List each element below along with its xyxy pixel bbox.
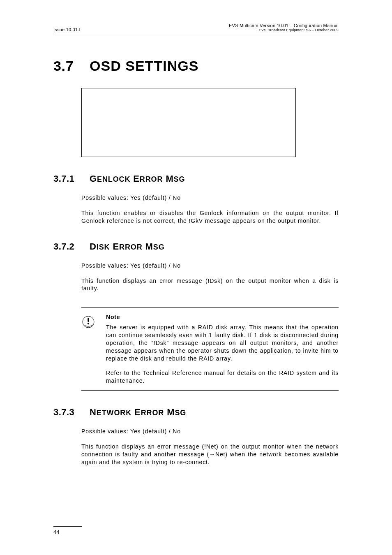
note-icon xyxy=(81,315,106,329)
t: M xyxy=(166,173,173,184)
t: ETWORK xyxy=(97,409,131,417)
t: N xyxy=(90,407,97,417)
possible-values: Possible values: Yes (default) / No xyxy=(81,194,339,202)
t: E xyxy=(133,173,140,184)
note-p1: The server is equipped with a RAID disk … xyxy=(106,324,339,362)
subsection-network: 3.7.3 NETWORK ERROR MSG Possible values:… xyxy=(53,407,339,466)
page-number: 44 xyxy=(53,529,339,535)
figure-placeholder xyxy=(81,88,296,157)
header-doc-sub: EVS Broadcast Equipment SA – October 200… xyxy=(229,28,339,32)
subsection-number: 3.7.1 xyxy=(53,173,90,184)
section-main: 3.7 OSD SETTINGS xyxy=(53,58,339,157)
header-issue: Issue 10.01.I xyxy=(53,27,81,32)
t: D xyxy=(90,241,97,252)
body-text: This function displays an error message … xyxy=(81,443,339,466)
t: M xyxy=(167,407,175,417)
page: Issue 10.01.I EVS Multicam Version 10.01… xyxy=(0,0,392,555)
subsection-body: Possible values: Yes (default) / No This… xyxy=(81,428,339,466)
section-title: OSD SETTINGS xyxy=(90,58,198,74)
t: ENLOCK xyxy=(97,175,130,183)
t: E xyxy=(134,407,141,417)
t: SG xyxy=(153,243,165,251)
possible-values: Possible values: Yes (default) / No xyxy=(81,428,339,435)
page-footer: 44 xyxy=(53,526,339,535)
note-p2: Refer to the Technical Reference manual … xyxy=(106,369,339,385)
page-header: Issue 10.01.I EVS Multicam Version 10.01… xyxy=(53,23,339,32)
body-text: This function enables or disables the Ge… xyxy=(81,209,339,225)
subsection-number: 3.7.2 xyxy=(53,241,90,252)
note-content: Note The server is equipped with a RAID … xyxy=(106,313,339,384)
svg-point-2 xyxy=(88,323,89,324)
section-number: 3.7 xyxy=(53,58,90,74)
subsection-disk: 3.7.2 DISK ERROR MSG Possible values: Ye… xyxy=(53,241,339,391)
header-doc-title: EVS Multicam Version 10.01 – Configurati… xyxy=(229,23,339,28)
header-divider xyxy=(53,34,339,34)
t: RROR xyxy=(141,409,164,417)
subsection-genlock: 3.7.1 GENLOCK ERROR MSG Possible values:… xyxy=(53,173,339,225)
subsection-body: Possible values: Yes (default) / No This… xyxy=(81,262,339,293)
body-text: This function displays an error message … xyxy=(81,277,339,293)
t: E xyxy=(113,241,119,252)
subsection-title: GENLOCK ERROR MSG xyxy=(90,173,185,184)
t: G xyxy=(90,173,97,184)
svg-rect-1 xyxy=(88,318,89,322)
subsection-body: Possible values: Yes (default) / No This… xyxy=(81,194,339,225)
t: RROR xyxy=(140,175,163,183)
t: SG xyxy=(175,409,186,417)
subsection-heading: 3.7.1 GENLOCK ERROR MSG xyxy=(53,173,339,184)
subsection-title: NETWORK ERROR MSG xyxy=(90,407,186,418)
subsection-title: DISK ERROR MSG xyxy=(90,241,165,252)
subsection-number: 3.7.3 xyxy=(53,407,90,418)
note-block: Note The server is equipped with a RAID … xyxy=(81,307,339,391)
t: M xyxy=(145,241,153,252)
subsection-heading: 3.7.2 DISK ERROR MSG xyxy=(53,241,339,252)
possible-values: Possible values: Yes (default) / No xyxy=(81,262,339,270)
note-label: Note xyxy=(106,313,339,321)
note-icon-col xyxy=(81,313,106,384)
t: SG xyxy=(174,175,185,183)
subsection-heading: 3.7.3 NETWORK ERROR MSG xyxy=(53,407,339,418)
header-right: EVS Multicam Version 10.01 – Configurati… xyxy=(229,23,339,32)
footer-divider xyxy=(53,526,82,527)
t: ISK xyxy=(97,243,110,251)
section-heading: 3.7 OSD SETTINGS xyxy=(53,58,339,74)
t: RROR xyxy=(119,243,143,251)
